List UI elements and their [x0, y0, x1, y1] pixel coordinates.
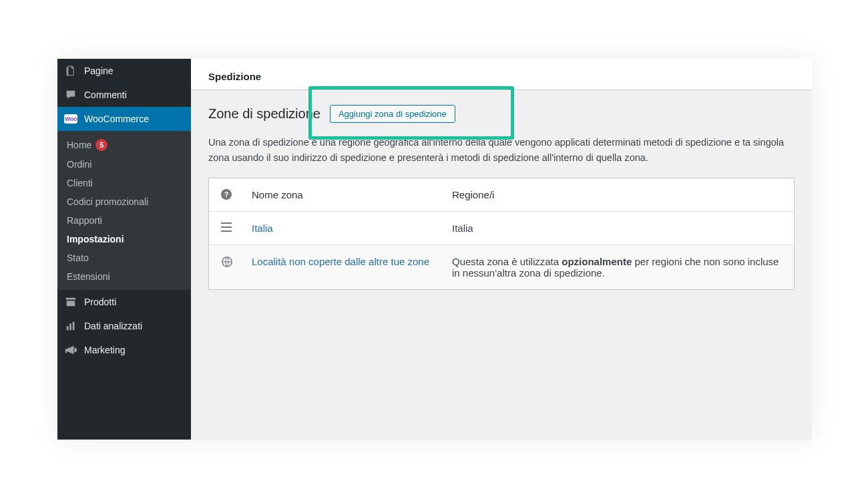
drag-handle[interactable] [221, 222, 252, 232]
woocommerce-submenu: Home 5 Ordini Clienti Codici promozional… [57, 131, 191, 290]
sidebar-item-label: Prodotti [84, 297, 116, 307]
table-row: Italia Italia [209, 212, 794, 245]
zones-table: ? Nome zona Regione/i Italia Italia [208, 178, 795, 290]
add-shipping-zone-button[interactable]: Aggiungi zona di spedizione [330, 105, 455, 123]
sidebar-item-label: Marketing [84, 345, 125, 355]
rest-zone-region: Questa zona è utilizzata opzionalmente p… [452, 256, 782, 279]
sidebar-item-label: Dati analizzati [84, 321, 142, 331]
sidebar-item-marketing[interactable]: Marketing [57, 338, 191, 362]
pages-icon [64, 64, 77, 77]
marketing-icon [64, 343, 77, 357]
table-row-rest: Località non coperte dalle altre tue zon… [209, 245, 794, 289]
sidebar-item-commenti[interactable]: Commenti [57, 83, 191, 107]
svg-rect-1 [67, 326, 69, 330]
content-area: Zone di spedizione Aggiungi zona di sped… [191, 90, 812, 305]
comments-icon [64, 88, 77, 102]
sub-item-clienti[interactable]: Clienti [57, 174, 191, 192]
sidebar-item-label: Pagine [84, 65, 114, 76]
tab-spedizione[interactable]: Spedizione [208, 71, 261, 82]
rest-zone-link[interactable]: Località non coperte dalle altre tue zon… [252, 256, 429, 267]
app-frame: Pagine Commenti Woo WooCommerce Home 5 O… [57, 59, 812, 440]
svg-rect-2 [69, 323, 71, 330]
sidebar-item-prodotti[interactable]: Prodotti [57, 290, 191, 314]
sidebar-item-label: Commenti [84, 90, 127, 100]
sub-item-label: Home [67, 140, 91, 150]
zone-name-link[interactable]: Italia [252, 222, 273, 234]
sub-item-estensioni[interactable]: Estensioni [57, 267, 191, 286]
zone-region: Italia [452, 222, 782, 234]
products-icon [64, 295, 77, 309]
svg-rect-3 [73, 322, 75, 331]
sub-item-stato[interactable]: Stato [57, 248, 191, 267]
heading-row: Zone di spedizione Aggiungi zona di sped… [208, 105, 795, 123]
drag-icon [221, 222, 232, 232]
sub-item-impostazioni[interactable]: Impostazioni [57, 230, 191, 248]
main-area: Spedizione Zone di spedizione Aggiungi z… [191, 59, 812, 440]
sidebar-item-label: WooCommerce [84, 114, 149, 124]
rest-icon-cell [221, 256, 252, 268]
page-heading: Zone di spedizione [208, 106, 320, 122]
sub-item-rapporti[interactable]: Rapporti [57, 211, 191, 230]
sidebar-item-dati[interactable]: Dati analizzati [57, 314, 191, 338]
sidebar-item-pagine[interactable]: Pagine [57, 59, 191, 83]
sub-item-codici[interactable]: Codici promozionali [57, 192, 191, 211]
svg-rect-0 [67, 67, 68, 76]
settings-tabbar: Spedizione [191, 59, 812, 90]
col-region-header: Regione/i [452, 189, 782, 200]
page-description: Una zona di spedizione è una regione geo… [208, 135, 795, 166]
help-icon[interactable]: ? [221, 189, 232, 200]
sub-item-ordini[interactable]: Ordini [57, 155, 191, 174]
admin-sidebar: Pagine Commenti Woo WooCommerce Home 5 O… [57, 59, 191, 440]
col-handle-header: ? [221, 189, 252, 200]
sub-item-home[interactable]: Home 5 [57, 135, 191, 155]
table-header: ? Nome zona Regione/i [209, 178, 794, 212]
col-name-header: Nome zona [252, 189, 452, 200]
globe-icon [221, 256, 233, 268]
woocommerce-icon: Woo [64, 112, 77, 126]
sidebar-item-woocommerce[interactable]: Woo WooCommerce [57, 107, 191, 131]
home-badge: 5 [95, 139, 107, 151]
analytics-icon [64, 319, 77, 333]
